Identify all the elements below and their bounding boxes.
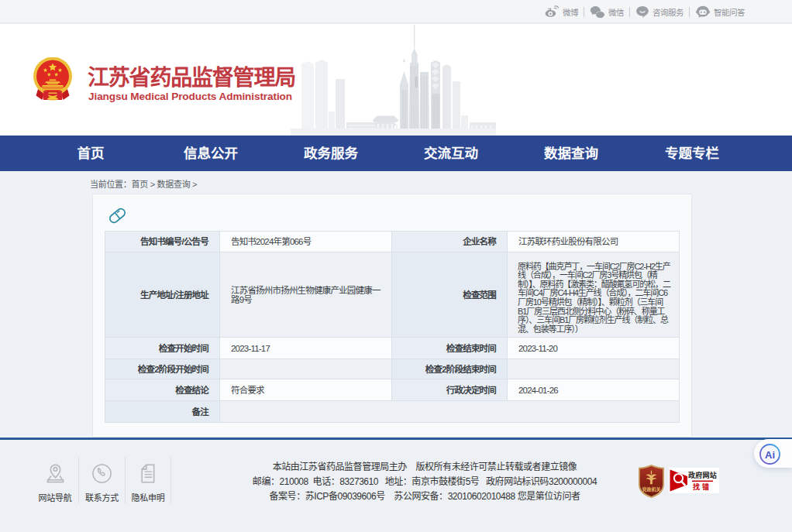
- svg-text:政府网站: 政府网站: [688, 471, 717, 479]
- svg-text:党政机关: 党政机关: [642, 486, 660, 493]
- svg-text:Ai: Ai: [765, 449, 775, 461]
- svg-text:找错: 找错: [693, 482, 711, 491]
